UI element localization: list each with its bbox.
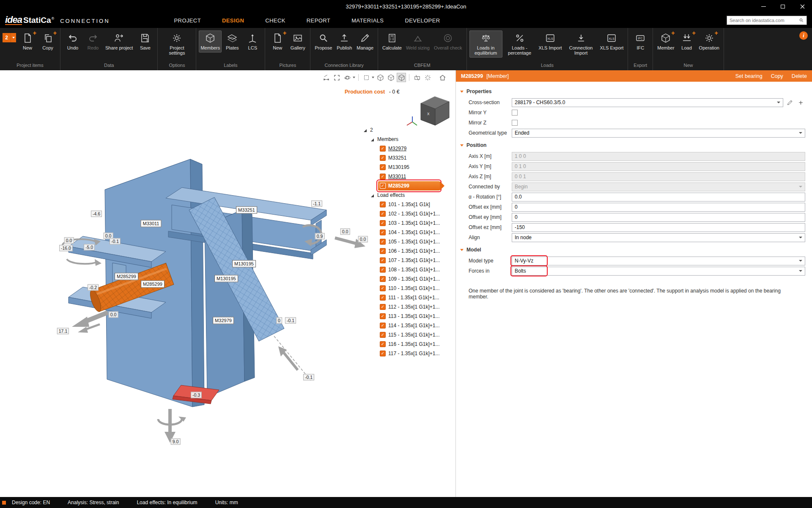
checkbox-checked-icon[interactable] (380, 323, 386, 329)
tab-report[interactable]: REPORT (306, 16, 331, 25)
model-type-dropdown[interactable]: N-Vy-Vz (512, 257, 805, 265)
tab-project[interactable]: PROJECT (173, 16, 202, 25)
section-position[interactable]: Position (460, 142, 805, 148)
checkbox-checked-icon[interactable] (380, 267, 386, 273)
dimension-icon[interactable] (321, 73, 331, 82)
forces-in-dropdown[interactable]: Bolts (512, 267, 805, 276)
manage-button[interactable]: Manage (355, 30, 375, 52)
tree-load-effect-label[interactable]: 115 - 1.35x[1 G1k]+1... (388, 332, 440, 338)
tab-developer[interactable]: DEVELOPER (404, 16, 441, 25)
checkbox-checked-icon[interactable] (380, 155, 386, 161)
labels-members-toggle[interactable]: Members (199, 30, 222, 52)
xls-export-button[interactable]: XLS XLS Export (598, 30, 625, 52)
tree-member-label[interactable]: M130195 (388, 164, 409, 170)
publish-button[interactable]: Publish (335, 30, 354, 52)
connection-import-button[interactable]: Connection Import (565, 30, 598, 58)
labels-plates-toggle[interactable]: Plates (222, 30, 242, 52)
tree-load-effect-row[interactable]: 101 - 1.35x[1 G1k] (362, 200, 454, 209)
tree-load-effect-row[interactable]: 116 - 1.35x[1 G1k]+1... (362, 340, 454, 349)
overall-check-button[interactable]: Overall check (432, 30, 464, 52)
tree-member-row[interactable]: M130195 (362, 163, 454, 172)
solid-view-icon[interactable] (397, 73, 406, 82)
tree-load-effects-node[interactable]: Load effects (362, 190, 454, 200)
tree-load-effect-row[interactable]: 117 - 1.35x[1 G1k]+1... (362, 349, 454, 358)
new-operation-button[interactable]: Operation (697, 30, 721, 52)
project-item-selector-value[interactable]: 2 (3, 33, 11, 42)
checkbox-checked-icon[interactable] (380, 285, 386, 291)
tree-member-label[interactable]: M33011 (388, 174, 406, 179)
calculate-button[interactable]: Calculate (381, 30, 403, 52)
viewport-3d[interactable]: x Production cos (0, 70, 456, 497)
orbit-icon[interactable] (343, 73, 352, 82)
offset-ex-input[interactable]: 0 (512, 203, 805, 212)
labels-lcs-toggle[interactable]: LCS (243, 30, 262, 52)
loads-percentage-button[interactable]: Loads - percentage (503, 30, 536, 58)
edit-cross-section-button[interactable] (785, 98, 794, 107)
tree-load-effect-label[interactable]: 102 - 1.35x[1 G1k]+1... (388, 211, 440, 217)
mirror-z-checkbox[interactable] (512, 120, 518, 126)
home-view-icon[interactable] (438, 73, 447, 82)
tree-load-effect-row[interactable]: 102 - 1.35x[1 G1k]+1... (362, 209, 454, 218)
geometrical-type-dropdown[interactable]: Ended (512, 129, 805, 138)
tree-load-effect-row[interactable]: 114 - 1.35x[1 G1k]+1... (362, 321, 454, 330)
tree-load-effect-row[interactable]: 113 - 1.35x[1 G1k]+1... (362, 312, 454, 321)
clip-plane-icon[interactable] (412, 73, 422, 82)
checkbox-checked-icon[interactable] (380, 211, 386, 217)
gallery-button[interactable]: Gallery (288, 30, 307, 52)
tree-load-effect-row[interactable]: 111 - 1.35x[1 G1k]+1... (362, 293, 454, 302)
tree-load-effect-label[interactable]: 110 - 1.35x[1 G1k]+1... (388, 285, 440, 291)
explode-view-icon[interactable] (423, 73, 432, 82)
copy-member-button[interactable]: Copy (771, 73, 783, 79)
offset-ez-input[interactable]: -150 (512, 223, 805, 232)
tree-load-effect-row[interactable]: 110 - 1.35x[1 G1k]+1... (362, 284, 454, 293)
shaded-view-icon[interactable] (386, 73, 395, 82)
add-cross-section-button[interactable] (796, 98, 805, 107)
undo-button[interactable]: Undo (63, 30, 82, 52)
tree-member-row[interactable]: M32979 (362, 144, 454, 153)
tree-members-node[interactable]: Members (362, 135, 454, 144)
chevron-down-icon[interactable] (372, 77, 374, 78)
tree-load-effect-label[interactable]: 103 - 1.35x[1 G1k]+1... (388, 220, 440, 226)
propose-button[interactable]: Propose (313, 30, 334, 52)
new-load-button[interactable]: Load (677, 30, 697, 52)
tree-load-effect-row[interactable]: 107 - 1.35x[1 G1k]+1... (362, 256, 454, 265)
tree-member-label[interactable]: M32979 (388, 146, 406, 152)
nav-cube[interactable]: x (421, 97, 449, 125)
tree-load-effect-label[interactable]: 111 - 1.35x[1 G1k]+1... (388, 295, 439, 301)
tree-load-effect-row[interactable]: 103 - 1.35x[1 G1k]+1... (362, 218, 454, 228)
tree-load-effect-label[interactable]: 108 - 1.35x[1 G1k]+1... (388, 267, 440, 273)
tree-load-effect-row[interactable]: 112 - 1.35x[1 G1k]+1... (362, 302, 454, 312)
tree-load-effect-label[interactable]: 104 - 1.35x[1 G1k]+1... (388, 229, 440, 235)
tree-root-node[interactable]: 2 (362, 125, 454, 135)
loads-in-equilibrium-toggle[interactable]: Loads in equilibrium (469, 30, 502, 58)
checkbox-checked-icon[interactable] (380, 313, 386, 319)
rotation-input[interactable]: 0.0 (512, 193, 805, 202)
tab-check[interactable]: CHECK (264, 16, 286, 25)
checkbox-checked-icon[interactable] (380, 332, 386, 338)
align-dropdown[interactable]: In node (512, 233, 805, 242)
ifc-export-button[interactable]: IFC IFC (631, 30, 650, 52)
checkbox-checked-icon[interactable] (380, 341, 386, 347)
new-member-button[interactable]: Member (656, 30, 676, 52)
tab-design[interactable]: DESIGN (221, 16, 245, 25)
expander-icon[interactable] (371, 138, 375, 141)
maximize-button[interactable] (773, 0, 793, 13)
checkbox-checked-icon[interactable] (380, 220, 386, 226)
chevron-down-icon[interactable] (353, 77, 355, 78)
set-bearing-button[interactable]: Set bearing (735, 73, 763, 79)
cross-section-dropdown[interactable]: 288179 - CHS60.3/5.0 (512, 98, 783, 107)
checkbox-checked-icon[interactable] (380, 174, 386, 179)
minimize-button[interactable] (754, 0, 773, 13)
tree-member-row[interactable]: M33251 (362, 153, 454, 163)
checkbox-checked-icon[interactable] (380, 183, 386, 189)
tab-materials[interactable]: MATERIALS (351, 16, 384, 25)
checkbox-checked-icon[interactable] (380, 146, 386, 152)
tree-load-effect-label[interactable]: 116 - 1.35x[1 G1k]+1... (388, 341, 440, 347)
checkbox-checked-icon[interactable] (380, 295, 386, 301)
checkbox-checked-icon[interactable] (380, 304, 386, 310)
tree-load-effect-label[interactable]: 109 - 1.35x[1 G1k]+1... (388, 276, 440, 282)
info-button[interactable]: i (799, 31, 808, 40)
copy-project-item-button[interactable]: Copy (38, 30, 58, 52)
mirror-y-checkbox[interactable] (512, 110, 518, 116)
tree-load-effect-row[interactable]: 105 - 1.35x[1 G1k]+1... (362, 237, 454, 246)
